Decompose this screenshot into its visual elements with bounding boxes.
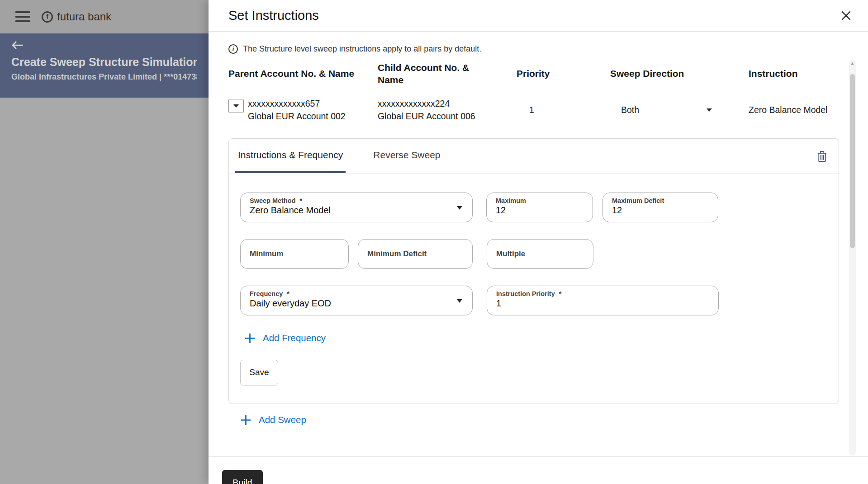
sweep-direction-select[interactable]: Both (610, 105, 712, 115)
parent-account-cell: xxxxxxxxxxxxx657 Global EUR Account 002 (228, 97, 378, 123)
sweep-method-label: Sweep Method (250, 197, 296, 204)
chevron-down-icon (233, 104, 239, 108)
chevron-up-icon[interactable]: ▲ (849, 61, 856, 66)
hamburger-menu-icon[interactable] (15, 11, 30, 22)
maximum-deficit-field[interactable]: Maximum Deficit 12 (602, 193, 718, 222)
build-button[interactable]: Build (222, 470, 263, 484)
close-icon[interactable] (837, 7, 854, 24)
minimum-deficit-label: Minimum Deficit (367, 249, 427, 258)
sweep-method-select[interactable]: Sweep Method * Zero Balance Model (240, 193, 473, 222)
table-header-row: Parent Account No. & Name Child Account … (228, 58, 836, 91)
row-expand-toggle[interactable] (228, 99, 244, 113)
instruction-value: Zero Balance Model (749, 105, 836, 115)
tab-instructions-frequency[interactable]: Instructions & Frequency (235, 139, 346, 173)
priority-value: 1 (517, 105, 610, 115)
background-page: f futura bank Create Sweep Structure Sim… (0, 0, 209, 484)
brand-logo: f futura bank (42, 10, 111, 23)
frequency-value: Daily everyday EOD (250, 298, 463, 309)
info-text: The Structure level sweep instructions a… (243, 44, 481, 54)
required-asterisk: * (287, 290, 289, 297)
column-header-parent-account: Parent Account No. & Name (228, 68, 378, 79)
set-instructions-panel: Set Instructions i The Structure level s… (209, 0, 868, 484)
maximum-field[interactable]: Maximum 12 (486, 193, 593, 222)
sweep-instruction-card: Instructions & Frequency Reverse Sweep S… (228, 138, 839, 404)
maximum-label: Maximum (496, 197, 583, 204)
parent-account-number: xxxxxxxxxxxxx657 (248, 97, 346, 110)
footer-divider (209, 456, 868, 457)
plus-icon (244, 332, 256, 344)
add-frequency-label: Add Frequency (263, 333, 326, 343)
chevron-down-icon (457, 299, 462, 303)
info-icon: i (228, 44, 238, 54)
required-asterisk: * (559, 290, 562, 297)
column-header-instruction: Instruction (749, 68, 836, 79)
column-header-priority: Priority (517, 68, 610, 79)
tab-bar: Instructions & Frequency Reverse Sweep (229, 139, 839, 174)
top-navbar: f futura bank (0, 0, 209, 33)
instruction-priority-value: 1 (496, 298, 709, 309)
instruction-form: Sweep Method * Zero Balance Model Maximu… (229, 174, 839, 385)
instruction-priority-field[interactable]: Instruction Priority * 1 (487, 286, 719, 315)
parent-account-name: Global EUR Account 002 (248, 110, 346, 122)
maximum-deficit-label: Maximum Deficit (612, 197, 709, 204)
add-sweep-link[interactable]: Add Sweep (240, 414, 306, 426)
form-row-2: Minimum Minimum Deficit Multiple (240, 239, 839, 269)
form-row-1: Sweep Method * Zero Balance Model Maximu… (240, 193, 839, 222)
save-button[interactable]: Save (240, 360, 278, 385)
minimum-label: Minimum (250, 249, 284, 258)
modal-title: Set Instructions (228, 8, 319, 23)
account-pairs-table: Parent Account No. & Name Child Account … (228, 58, 836, 129)
maximum-value: 12 (496, 205, 583, 216)
page-header-band: Create Sweep Structure Simulation Global… (0, 33, 209, 98)
scrollbar-thumb[interactable] (850, 74, 855, 248)
tab-reverse-sweep[interactable]: Reverse Sweep (370, 139, 443, 173)
column-header-child-account: Child Account No. & Name (378, 61, 517, 86)
futura-bank-logo-icon: f (42, 11, 53, 23)
sweep-direction-value: Both (621, 105, 639, 115)
modal-header: Set Instructions (209, 0, 868, 32)
maximum-deficit-value: 12 (612, 205, 709, 216)
multiple-label: Multiple (496, 249, 525, 258)
modal-body: i The Structure level sweep instructions… (209, 43, 868, 484)
child-account-number: xxxxxxxxxxxxx224 (378, 97, 517, 110)
column-header-sweep-direction: Sweep Direction (610, 68, 749, 79)
add-frequency-link[interactable]: Add Frequency (244, 332, 326, 344)
minimum-field[interactable]: Minimum (240, 239, 349, 269)
child-account-name: Global EUR Account 006 (378, 110, 517, 122)
add-sweep-label: Add Sweep (259, 414, 306, 425)
sweep-method-value: Zero Balance Model (250, 205, 463, 216)
required-asterisk: * (300, 197, 303, 204)
multiple-field[interactable]: Multiple (487, 239, 593, 269)
plus-icon (240, 414, 252, 426)
child-account-cell: xxxxxxxxxxxxx224 Global EUR Account 006 (378, 97, 517, 123)
frequency-label: Frequency (250, 290, 283, 297)
scrollbar[interactable]: ▲ (849, 60, 856, 456)
table-row: xxxxxxxxxxxxx657 Global EUR Account 002 … (228, 91, 836, 129)
page-title: Create Sweep Structure Simulation (11, 56, 197, 69)
brand-name: futura bank (57, 10, 111, 23)
chevron-down-icon (707, 108, 712, 112)
chevron-down-icon (457, 206, 462, 210)
instruction-priority-label: Instruction Priority (496, 290, 555, 297)
frequency-select[interactable]: Frequency * Daily everyday EOD (240, 286, 473, 315)
back-arrow-icon[interactable] (11, 41, 24, 52)
page-content-dimmed (0, 98, 209, 484)
form-row-3: Frequency * Daily everyday EOD Instructi… (240, 286, 839, 315)
page-subtitle: Global Infrastructures Private Limited |… (11, 72, 197, 82)
minimum-deficit-field[interactable]: Minimum Deficit (358, 239, 473, 269)
trash-icon[interactable] (816, 150, 828, 164)
info-banner: i The Structure level sweep instructions… (228, 43, 836, 54)
